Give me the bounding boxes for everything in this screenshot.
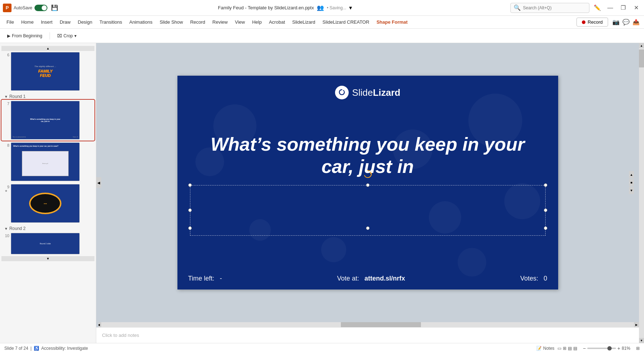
- slide-thumb-8[interactable]: 8 What's something you keep in your car,…: [1, 141, 94, 182]
- slide-img-9: ●●●: [11, 184, 80, 223]
- menu-design[interactable]: Design: [74, 18, 96, 26]
- menu-home[interactable]: Home: [18, 18, 37, 26]
- notes-btn[interactable]: 📝 Notes: [536, 346, 554, 351]
- h-scroll-right[interactable]: ▶: [634, 322, 639, 327]
- slide-img-6: The slightly different ... FAMILYFEUD: [11, 52, 80, 91]
- crop-btn[interactable]: ⌧ Crop ▾: [54, 32, 79, 40]
- sl-logo-text: SlideLizard: [352, 87, 400, 98]
- handle-bottom-right[interactable]: [544, 226, 547, 230]
- menu-view[interactable]: View: [231, 18, 249, 26]
- h-scrollbar[interactable]: ◀ ▶: [96, 322, 639, 327]
- slide-canvas[interactable]: SlideLizard: [177, 76, 558, 290]
- pen-icon[interactable]: ✏️: [592, 3, 602, 13]
- from-beginning-btn[interactable]: ▶ From Beginning: [4, 32, 45, 40]
- accessibility-label[interactable]: Accessibility: Investigate: [41, 346, 88, 351]
- menu-slidelizard-creator[interactable]: SlideLizard CREATOR: [319, 18, 373, 26]
- section-round2[interactable]: ▼ Round 2: [1, 225, 94, 232]
- notes-icon: 📝: [536, 346, 542, 351]
- autosave-toggle[interactable]: [34, 5, 47, 11]
- slidelizard-logo: SlideLizard: [335, 86, 400, 99]
- saving-dropdown[interactable]: ▾: [349, 4, 352, 11]
- slide-thumb-6[interactable]: 6 The slightly different ... FAMILYFEUD: [1, 51, 94, 92]
- slide-img-7: What's something you keep in yourcar, ju…: [11, 101, 80, 140]
- share-icon[interactable]: 📤: [631, 17, 641, 27]
- handle-top-right[interactable]: [544, 183, 547, 187]
- collab-icon: 👥: [317, 4, 324, 11]
- vote-text: Vote at: attend.sl/nrfx: [337, 275, 405, 282]
- menu-record[interactable]: Record: [186, 18, 209, 26]
- menu-acrobat[interactable]: Acrobat: [265, 18, 289, 26]
- slide-thumb-9[interactable]: 9 ★ ●●●: [1, 183, 94, 224]
- search-input[interactable]: [523, 5, 586, 10]
- view-buttons: ▭ ⊞ ▤ ▤: [557, 346, 577, 351]
- slide-6-subtitle: The slightly different ...: [34, 65, 56, 67]
- scroll-left-btn[interactable]: ◀: [96, 177, 101, 188]
- view-reading-btn[interactable]: ▤: [568, 346, 572, 351]
- status-bar: Slide 7 of 24 | ♿ Accessibility: Investi…: [0, 343, 644, 353]
- sl-logo-circle: [335, 86, 348, 99]
- zoom-slider-thumb[interactable]: [607, 346, 612, 350]
- camera-icon[interactable]: 📷: [611, 17, 621, 27]
- menu-shape-format[interactable]: Shape Format: [373, 18, 411, 26]
- menu-review[interactable]: Review: [209, 18, 231, 26]
- slide-img-8: What's something you keep in your car, j…: [11, 142, 80, 181]
- main-question-text[interactable]: What’s something you keep in your car, j…: [199, 133, 537, 178]
- round1-collapse-icon: ▼: [4, 95, 8, 99]
- maximize-btn[interactable]: ❐: [618, 3, 628, 13]
- menu-transitions[interactable]: Transitions: [96, 18, 126, 26]
- handle-top-center[interactable]: [366, 183, 370, 187]
- panel-scroll-down[interactable]: ▼: [1, 256, 94, 261]
- minimize-btn[interactable]: —: [605, 3, 615, 13]
- menu-file[interactable]: File: [3, 18, 18, 26]
- section-round1[interactable]: ▼ Round 1: [1, 93, 94, 100]
- record-dot-icon: [582, 20, 585, 24]
- scroll-right-bottom-btn[interactable]: ▼: [629, 187, 634, 194]
- zoom-level[interactable]: 81%: [622, 346, 633, 351]
- autosave-label: AutoSave: [14, 5, 32, 10]
- app-logo: P: [3, 4, 11, 12]
- slide-num-8: 8: [3, 142, 9, 147]
- menu-slidelizard[interactable]: SlideLizard: [289, 18, 319, 26]
- zoom-out-btn[interactable]: −: [583, 345, 586, 351]
- record-button[interactable]: Record: [576, 18, 608, 27]
- close-btn[interactable]: ✕: [631, 3, 641, 13]
- status-right: 📝 Notes ▭ ⊞ ▤ ▤ − + 81% ⊞: [536, 345, 640, 351]
- fit-btn[interactable]: ⊞: [636, 346, 640, 351]
- slide-thumb-7[interactable]: 7 What's something you keep in yourcar, …: [1, 100, 94, 141]
- v-scroll-up[interactable]: ▲: [639, 43, 644, 48]
- h-scroll-thumb[interactable]: [341, 322, 421, 327]
- panel-scroll-up[interactable]: ▲: [1, 46, 94, 51]
- comment-icon[interactable]: 💬: [621, 17, 631, 27]
- handle-bottom-center[interactable]: [366, 226, 370, 230]
- view-grid-btn[interactable]: ⊞: [563, 346, 566, 351]
- slide-img-10: Round 2 slide: [11, 233, 80, 254]
- v-scroll-thumb[interactable]: [639, 50, 644, 67]
- bokeh-4: [504, 183, 540, 219]
- search-bar[interactable]: 🔍: [510, 3, 589, 13]
- menu-insert[interactable]: Insert: [37, 18, 56, 26]
- handle-bottom-left[interactable]: [188, 226, 192, 230]
- slide-thumb-10[interactable]: 10 Round 2 slide: [1, 232, 94, 255]
- file-title: Family Feud - Template by SlideLizard.en…: [218, 5, 314, 10]
- view-normal-btn[interactable]: ▭: [557, 346, 561, 351]
- menu-draw[interactable]: Draw: [56, 18, 74, 26]
- menu-help[interactable]: Help: [249, 18, 265, 26]
- handle-top-left[interactable]: [188, 183, 192, 187]
- notes-area[interactable]: Click to add notes: [96, 327, 639, 343]
- zoom-in-btn[interactable]: +: [617, 345, 620, 351]
- menu-slideshow[interactable]: Slide Show: [156, 18, 186, 26]
- v-scrollbar[interactable]: ▲ ▼: [639, 43, 644, 343]
- zoom-slider[interactable]: [587, 348, 616, 349]
- scroll-right-mid-btn[interactable]: ■: [629, 179, 634, 186]
- slide-canvas-area[interactable]: ◀: [96, 43, 639, 322]
- menu-animations[interactable]: Animations: [126, 18, 156, 26]
- handle-mid-left[interactable]: [188, 208, 192, 212]
- from-beginning-label: From Beginning: [12, 33, 42, 38]
- handle-mid-right[interactable]: [544, 208, 547, 212]
- round2-collapse-icon: ▼: [4, 227, 8, 231]
- save-icon[interactable]: 💾: [50, 3, 60, 13]
- view-presenter-btn[interactable]: ▤: [573, 346, 577, 351]
- sl-spiral-icon: [338, 89, 346, 97]
- scroll-right-top-btn[interactable]: ▲: [629, 171, 634, 178]
- v-scroll-down[interactable]: ▼: [639, 338, 644, 343]
